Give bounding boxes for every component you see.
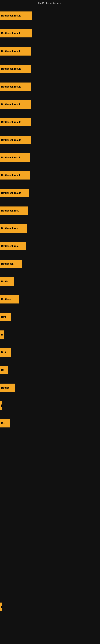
bottleneck-badge: Bottleneck result: [0, 29, 32, 38]
bottleneck-badge: Bo: [0, 366, 8, 374]
site-title: TheBottlenecker.com: [0, 2, 100, 5]
bottleneck-badge: Bott: [0, 348, 11, 356]
bottleneck-badge: Bottler: [0, 384, 15, 392]
bottleneck-badge: Bottleneck result: [0, 12, 32, 20]
bottleneck-badge: Bottleneck result: [0, 171, 30, 180]
bottleneck-badge: Bott: [0, 313, 11, 321]
bottleneck-badge: Bot: [0, 419, 10, 428]
bottleneck-badge: Bottleneck: [0, 260, 22, 268]
bottleneck-badge: Bottleneck result: [0, 82, 31, 91]
bottleneck-badge: Bottleneck result: [0, 118, 31, 126]
bottleneck-badge: Bottle: [0, 277, 14, 286]
bottleneck-badge: Bottleneck result: [0, 47, 31, 56]
bottleneck-badge: Bottleneck result: [0, 153, 30, 162]
bottleneck-badge: Bottleneck resu: [0, 242, 26, 250]
bottleneck-badge: Bottleneck result: [0, 64, 31, 73]
bottleneck-badge: Bottleneck resu: [0, 206, 28, 215]
bottleneck-badge: Bottleneck result: [0, 136, 31, 144]
bottleneck-badge: Bottlenec: [0, 295, 19, 304]
bottleneck-badge: Bottleneck resu: [0, 224, 27, 233]
bottleneck-badge: Bottleneck result: [0, 100, 31, 109]
bottleneck-badge: |: [0, 602, 2, 611]
bottleneck-badge: B: [0, 330, 3, 339]
bottleneck-badge: Bottleneck result: [0, 189, 29, 197]
bottleneck-badge: |: [0, 401, 2, 410]
